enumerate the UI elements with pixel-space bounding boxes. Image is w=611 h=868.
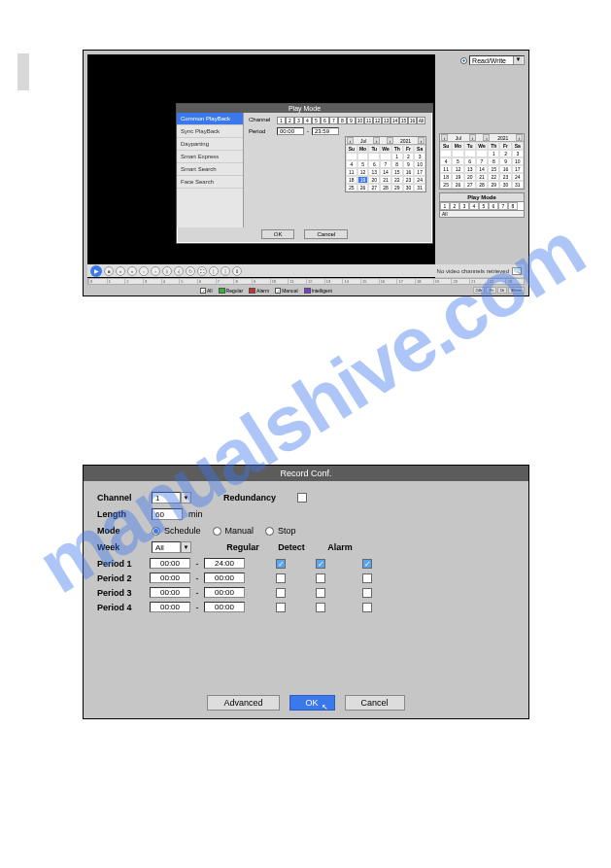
list-item[interactable]: 9 — [499, 157, 511, 165]
ok-button[interactable]: OK — [261, 229, 295, 239]
cal-prev-year-icon[interactable]: ‹ — [483, 134, 490, 141]
zoom-button[interactable]: 24h — [473, 287, 486, 294]
cal-day[interactable]: 30 — [403, 184, 415, 191]
week-select[interactable]: All ▼ — [152, 541, 181, 553]
channel-box[interactable]: 4 — [303, 117, 312, 124]
channel-box[interactable]: 3 — [294, 117, 303, 124]
list-item[interactable]: 3 — [459, 202, 469, 210]
stop-button[interactable]: ■ — [104, 266, 114, 276]
list-item[interactable]: 19 — [452, 173, 463, 181]
list-item[interactable]: 23 — [499, 173, 511, 181]
cal-prev-month-icon[interactable]: ‹ — [441, 134, 448, 141]
cal-day[interactable] — [368, 153, 380, 160]
list-item[interactable]: Sa — [512, 142, 524, 150]
mini-cal-prev-month-icon[interactable]: ‹ — [347, 137, 354, 144]
list-item[interactable]: Tu — [464, 142, 476, 150]
length-input[interactable]: 60 — [152, 508, 183, 520]
period-from-input[interactable]: 00:00 — [150, 602, 190, 612]
side-menu-item[interactable]: Smart Search — [177, 163, 243, 176]
detect-checkbox[interactable]: ✓ — [316, 559, 325, 569]
period-from-input[interactable]: 00:00 — [277, 127, 304, 135]
cal-days-right[interactable]: 1234567891011121314151617181920212223242… — [440, 150, 524, 189]
list-item[interactable]: 4 — [440, 157, 452, 165]
list-item[interactable]: 8 — [508, 202, 518, 210]
channel-box[interactable]: 7 — [329, 117, 338, 124]
list-item[interactable]: 1 — [440, 202, 450, 210]
detect-checkbox[interactable] — [316, 588, 325, 598]
period-to-input[interactable]: 00:00 — [204, 602, 245, 612]
list-item[interactable]: Th — [488, 142, 499, 150]
all-checkbox[interactable]: ✓ — [200, 288, 206, 294]
cal-day[interactable]: 7 — [380, 160, 391, 168]
cal-day[interactable]: 15 — [391, 168, 403, 176]
cal-day[interactable]: 5 — [357, 160, 369, 168]
list-item[interactable]: 24 — [512, 173, 524, 181]
channel-boxes[interactable]: 12345678910111213141516All — [277, 117, 427, 124]
list-item[interactable]: 30 — [499, 181, 511, 189]
play-button[interactable]: ▶ — [90, 265, 102, 277]
mini-cal-next-month-icon[interactable]: › — [373, 137, 380, 144]
channel-box[interactable]: 5 — [312, 117, 321, 124]
cal-day[interactable]: 24 — [414, 176, 425, 184]
regular-checkbox[interactable] — [276, 588, 286, 598]
channel-box[interactable]: 13 — [382, 117, 390, 124]
list-item[interactable]: 31 — [512, 181, 524, 189]
period-to-input[interactable]: 24:00 — [204, 558, 245, 569]
cal-day[interactable]: 8 — [391, 160, 403, 168]
cal-day[interactable]: 19 — [357, 176, 369, 184]
cal-day[interactable]: 11 — [346, 168, 357, 176]
cal-day[interactable]: 26 — [357, 184, 369, 191]
alarm-checkbox[interactable] — [362, 588, 372, 598]
list-item[interactable]: 20 — [464, 173, 476, 181]
list-item[interactable]: 12 — [452, 165, 463, 173]
list-item[interactable]: Mo — [357, 145, 369, 153]
cal-day[interactable]: 18 — [346, 176, 357, 184]
list-item[interactable]: 18 — [440, 173, 452, 181]
cal-day[interactable]: 23 — [403, 176, 415, 184]
list-item[interactable]: 6 — [464, 157, 476, 165]
cal-day[interactable]: 27 — [368, 184, 380, 191]
channel-box[interactable]: 14 — [390, 117, 399, 124]
list-item[interactable]: 27 — [464, 181, 476, 189]
list-item[interactable] — [476, 150, 488, 157]
list-item[interactable] — [452, 150, 463, 157]
fast-forward-button[interactable]: » — [127, 266, 137, 276]
period-from-input[interactable]: 00:00 — [150, 587, 190, 598]
cal-day[interactable]: 22 — [391, 176, 403, 184]
advanced-button[interactable]: Advanced — [207, 695, 279, 711]
mini-cal-days[interactable]: 1234567891011121314151617181920212223242… — [346, 153, 425, 191]
cal-day[interactable]: 12 — [357, 168, 369, 176]
list-item[interactable]: 7 — [498, 202, 508, 210]
list-item[interactable]: 5 — [452, 157, 463, 165]
list-item[interactable]: 14 — [476, 165, 488, 173]
list-item[interactable]: Fr — [499, 142, 511, 150]
list-item[interactable]: 26 — [452, 181, 463, 189]
detect-checkbox[interactable] — [316, 573, 325, 583]
list-item[interactable]: We — [380, 145, 391, 153]
loop-button[interactable]: ↻ — [186, 266, 195, 276]
cal-day[interactable]: 14 — [380, 168, 391, 176]
cal-day[interactable] — [346, 153, 357, 160]
channel-box[interactable]: 8 — [338, 117, 347, 124]
period-to-input[interactable]: 00:00 — [204, 587, 245, 598]
zoom-button[interactable]: 2h — [486, 287, 495, 294]
cal-day[interactable]: 3 — [414, 153, 425, 160]
channel-box[interactable]: 6 — [321, 117, 329, 124]
list-item[interactable] — [440, 150, 452, 157]
readwrite-radio-icon[interactable] — [460, 57, 467, 64]
list-item[interactable] — [464, 150, 476, 157]
cancel-button[interactable]: Cancel — [304, 229, 348, 239]
cal-day[interactable]: 1 — [391, 153, 403, 160]
list-item[interactable]: 21 — [476, 173, 488, 181]
mini-calendar[interactable]: ‹ Jul › ‹ 2021 › SuMoTuWeThFrSa 12345678… — [345, 136, 426, 192]
cancel-button[interactable]: Cancel — [345, 695, 405, 711]
list-item[interactable]: Tu — [368, 145, 380, 153]
channel-box[interactable]: 1 — [277, 117, 286, 124]
search-icon[interactable]: 🔍 — [512, 267, 522, 275]
cal-next-month-icon[interactable]: › — [469, 134, 476, 141]
mode-radio[interactable] — [152, 527, 160, 536]
cal-day[interactable]: 25 — [346, 184, 357, 191]
regular-checkbox[interactable] — [276, 603, 286, 612]
prev-frame-button[interactable]: ‹ — [139, 266, 149, 276]
channel-box[interactable]: 10 — [356, 117, 364, 124]
